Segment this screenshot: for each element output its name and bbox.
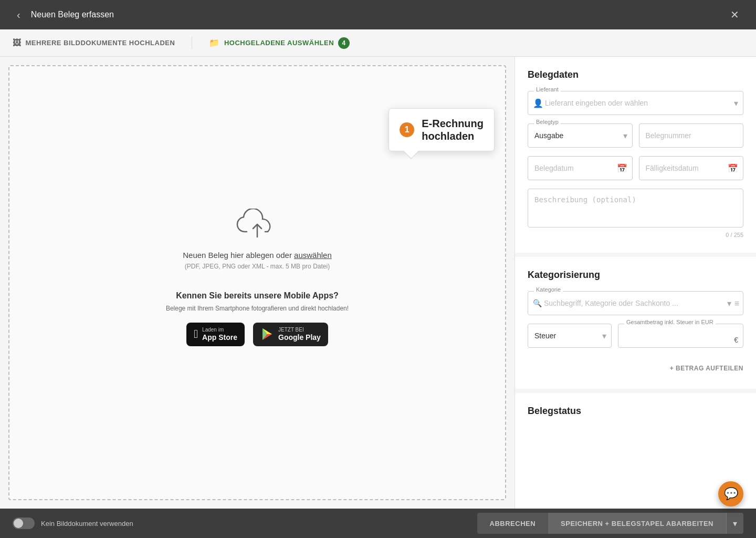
upload-multiple-label: MEHRERE BILDDOKUMENTE HOCHLADEN bbox=[26, 39, 175, 47]
belegnummer-field bbox=[639, 123, 744, 148]
modal-title: Neuen Beleg erfassen bbox=[31, 10, 114, 19]
upload-cloud-icon bbox=[236, 209, 278, 242]
abbrechen-button[interactable]: ABBRECHEN bbox=[477, 513, 549, 534]
modal-footer: Kein Bilddokument verwenden ABBRECHEN SP… bbox=[0, 509, 756, 538]
upload-select-link[interactable]: auswählen bbox=[294, 251, 332, 260]
beschreibung-field bbox=[528, 189, 743, 230]
modal-header: ‹ Neuen Beleg erfassen ✕ bbox=[0, 0, 756, 29]
belegnummer-input[interactable] bbox=[639, 123, 744, 148]
upload-icon: 🖼 bbox=[13, 38, 22, 48]
faelligkeitsdatum-field: 📅 bbox=[639, 156, 744, 180]
person-icon: 👤 bbox=[533, 98, 543, 108]
right-panel: Belegdaten Lieferant 👤 ▾ Belegtyp Ausgab… bbox=[514, 57, 756, 509]
betrag-label: Gesamtbetrag inkl. Steuer in EUR bbox=[624, 319, 716, 325]
belegstatus-section: Belegstatus bbox=[515, 393, 756, 440]
google-play-text: JETZT BEI Google Play bbox=[278, 327, 321, 342]
dropdown-arrow2-icon: ▾ bbox=[727, 298, 731, 308]
chat-button[interactable]: 💬 bbox=[718, 481, 743, 506]
mobile-apps-section: Kennen Sie bereits unsere Mobile Apps? B… bbox=[166, 270, 349, 357]
sub-header: 🖼 MEHRERE BILDDOKUMENTE HOCHLADEN 📁 HOCH… bbox=[0, 29, 756, 57]
steuer-select[interactable]: Steuer bbox=[528, 324, 612, 348]
calendar2-icon: 📅 bbox=[728, 163, 738, 173]
upload-zone[interactable]: 1 E-Rechnung hochladen Neuen B bbox=[8, 65, 506, 500]
upload-subtext: (PDF, JPEG, PNG oder XML - max. 5 MB pro… bbox=[185, 263, 330, 270]
footer-right: ABBRECHEN SPEICHERN + BELEGSTAPEL ABARBE… bbox=[477, 513, 743, 534]
kategorie-label: Kategorie bbox=[534, 286, 563, 293]
kategorie-right-icons: ▾ ≡ bbox=[727, 298, 739, 308]
main-content: 1 E-Rechnung hochladen Neuen B bbox=[0, 57, 756, 509]
dropdown-arrow-icon: ▾ bbox=[734, 98, 738, 108]
belegdaten-section: Belegdaten Lieferant 👤 ▾ Belegtyp Ausgab… bbox=[515, 57, 756, 257]
app-store-button[interactable]:  Laden im App Store bbox=[186, 323, 245, 346]
google-play-icon bbox=[260, 327, 274, 341]
datum-row: 📅 📅 bbox=[528, 156, 743, 180]
left-panel: 1 E-Rechnung hochladen Neuen B bbox=[0, 57, 514, 509]
betrag-suffix: € bbox=[734, 336, 738, 344]
tooltip-bubble: 1 E-Rechnung hochladen bbox=[388, 108, 495, 151]
app-store-text: Laden im App Store bbox=[202, 327, 237, 342]
search-icon: 🔍 bbox=[533, 299, 542, 307]
belegtyp-field: Belegtyp Ausgabe bbox=[528, 123, 633, 148]
belegstatus-title: Belegstatus bbox=[528, 406, 743, 417]
folder-icon: 📁 bbox=[209, 38, 220, 48]
toggle-switch[interactable] bbox=[13, 518, 35, 529]
chat-icon: 💬 bbox=[724, 487, 738, 501]
close-button[interactable]: ✕ bbox=[726, 6, 743, 23]
steuer-select-wrapper: Steuer bbox=[528, 324, 612, 348]
kategorie-input[interactable] bbox=[528, 291, 743, 315]
mobile-apps-title: Kennen Sie bereits unsere Mobile Apps? bbox=[176, 291, 339, 301]
belegdaten-title: Belegdaten bbox=[528, 69, 743, 80]
footer-left: Kein Bilddokument verwenden bbox=[13, 518, 133, 529]
steuer-field: Steuer bbox=[528, 324, 612, 348]
betrag-row: Steuer Gesamtbetrag inkl. Steuer in EUR … bbox=[528, 324, 743, 356]
upload-instruction-text: Neuen Beleg hier ablegen oder auswählen bbox=[183, 251, 332, 260]
calendar-icon: 📅 bbox=[617, 163, 627, 173]
lieferant-label: Lieferant bbox=[534, 86, 561, 92]
upload-multiple-button[interactable]: 🖼 MEHRERE BILDDOKUMENTE HOCHLADEN bbox=[13, 38, 175, 48]
lieferant-field: Lieferant 👤 ▾ bbox=[528, 91, 743, 115]
select-uploaded-button[interactable]: 📁 HOCHGELADENE AUSWÄHLEN 4 bbox=[209, 37, 350, 49]
kategorisierung-section: Kategorisierung Kategorie 🔍 ▾ ≡ bbox=[515, 257, 756, 393]
toggle-label: Kein Bilddokument verwenden bbox=[41, 520, 133, 527]
speichern-button[interactable]: SPEICHERN + BELEGSTAPEL ABARBEITEN bbox=[548, 513, 726, 534]
kategorie-input-wrapper: 🔍 ▾ ≡ bbox=[528, 291, 743, 315]
char-count: 0 / 255 bbox=[528, 232, 743, 238]
lieferant-input[interactable] bbox=[528, 91, 743, 115]
belegtyp-row: Belegtyp Ausgabe bbox=[528, 123, 743, 148]
kategorisierung-title: Kategorisierung bbox=[528, 270, 743, 281]
belegdatum-field: 📅 bbox=[528, 156, 633, 180]
tooltip-text: E-Rechnung hochladen bbox=[422, 117, 484, 142]
back-button[interactable]: ‹ bbox=[13, 7, 25, 23]
betrag-field: Gesamtbetrag inkl. Steuer in EUR 0,00 € bbox=[618, 324, 743, 356]
app-badges-container:  Laden im App Store bbox=[186, 323, 328, 346]
kategorie-field: Kategorie 🔍 ▾ ≡ bbox=[528, 291, 743, 315]
toggle-knob bbox=[14, 519, 23, 528]
tooltip-number: 1 bbox=[400, 122, 414, 137]
belegtyp-label: Belegtyp bbox=[534, 119, 561, 125]
tooltip-container: 1 E-Rechnung hochladen bbox=[388, 108, 495, 151]
betrag-input[interactable]: 0,00 bbox=[618, 324, 743, 348]
google-play-button[interactable]: JETZT BEI Google Play bbox=[253, 323, 328, 346]
subheader-divider bbox=[192, 37, 192, 49]
beschreibung-input[interactable] bbox=[528, 189, 743, 227]
speichern-dropdown-button[interactable]: ▾ bbox=[726, 513, 743, 534]
mobile-apps-subtitle: Belege mit Ihrem Smartphone fotografiere… bbox=[166, 305, 349, 312]
uploaded-count-badge: 4 bbox=[338, 37, 350, 49]
belegtyp-select[interactable]: Ausgabe bbox=[528, 123, 633, 148]
aufteilen-button[interactable]: + BETRAG AUFTEILEN bbox=[528, 360, 743, 376]
select-uploaded-label: HOCHGELADENE AUSWÄHLEN bbox=[224, 39, 334, 47]
apple-icon:  bbox=[194, 327, 198, 341]
list-icon: ≡ bbox=[734, 298, 739, 308]
belegtyp-select-wrapper: Ausgabe bbox=[528, 123, 633, 148]
